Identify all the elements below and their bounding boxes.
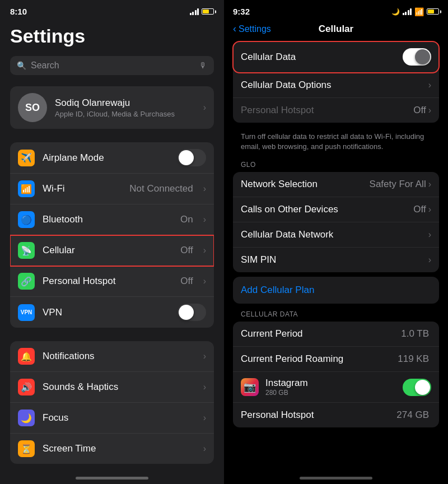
wifi-label: Wi-Fi (43, 183, 122, 194)
calls-other-devices-chevron: › (428, 204, 431, 215)
focus-chevron: › (203, 413, 206, 423)
cellular-data-options-chevron: › (428, 80, 431, 90)
airplane-mode-icon: ✈️ (18, 150, 35, 166)
right-time: 9:32 (233, 7, 250, 16)
cellular-data-options-row[interactable]: Cellular Data Options › (233, 73, 439, 98)
left-title-section: Settings (0, 21, 224, 56)
instagram-icon: 📷 (241, 378, 259, 396)
focus-label: Focus (43, 412, 195, 424)
back-label: Settings (239, 24, 271, 34)
search-icon: 🔍 (17, 61, 26, 70)
personal-hotspot-data-value: 274 GB (396, 409, 429, 421)
airplane-mode-toggle[interactable] (178, 149, 206, 166)
instagram-toggle[interactable] (403, 379, 431, 396)
profile-chevron: › (203, 103, 206, 113)
cellular-data-group: Current Period 1.0 TB Current Period Roa… (233, 322, 439, 427)
screen-time-chevron: › (203, 444, 206, 454)
wifi-row[interactable]: 📶 Wi-Fi Not Connected › (10, 174, 214, 204)
notifications-icon: 🔔 (18, 348, 35, 365)
bluetooth-row[interactable]: 🔵 Bluetooth On › (10, 204, 214, 235)
wifi-chevron: › (203, 184, 206, 194)
profile-row[interactable]: SO Sodiq Olanrewaju Apple ID, iCloud, Me… (10, 86, 214, 129)
calls-other-devices-row[interactable]: Calls on Other Devices Off › (233, 197, 439, 222)
bluetooth-value: On (180, 214, 193, 225)
cellular-note: Turn off cellular data to restrict all d… (224, 127, 448, 159)
avatar: SO (18, 93, 47, 122)
cellular-data-label: Cellular Data (241, 52, 403, 63)
cellular-data-network-row[interactable]: Cellular Data Network › (233, 222, 439, 248)
personal-hotspot-value: Off (180, 276, 193, 287)
vpn-row[interactable]: VPN VPN (10, 297, 214, 328)
sounds-chevron: › (203, 382, 206, 392)
personal-hotspot-right-label: Personal Hotspot (241, 105, 413, 116)
cellular-chevron: › (203, 245, 206, 255)
airplane-mode-label: Airplane Mode (43, 152, 170, 164)
right-status-bar: 9:32 🌙 📶 (224, 0, 448, 21)
right-panel: 9:32 🌙 📶 ‹ Settings Cellular Cellular Da… (224, 0, 448, 484)
current-period-value: 1.0 TB (401, 328, 429, 339)
cellular-data-network-label: Cellular Data Network (241, 229, 428, 240)
screen-time-icon: ⏳ (18, 440, 35, 457)
cellular-data-options-label: Cellular Data Options (241, 80, 428, 91)
personal-hotspot-row[interactable]: 🔗 Personal Hotspot Off › (10, 266, 214, 297)
airplane-mode-row[interactable]: ✈️ Airplane Mode (10, 142, 214, 174)
notifications-chevron: › (203, 351, 206, 361)
calls-other-devices-label: Calls on Other Devices (241, 204, 413, 215)
current-period-roaming-label: Current Period Roaming (241, 353, 398, 365)
microphone-icon: 🎙 (199, 61, 207, 70)
cellular-data-toggle[interactable] (403, 48, 431, 66)
left-status-icons (190, 8, 214, 15)
network-selection-label: Network Selection (241, 179, 370, 190)
back-chevron-icon: ‹ (233, 23, 236, 35)
right-signal-bars (403, 8, 412, 15)
bluetooth-icon: 🔵 (18, 211, 35, 228)
right-battery-icon (427, 8, 439, 15)
moon-icon: 🌙 (391, 8, 400, 16)
personal-hotspot-label: Personal Hotspot (43, 276, 172, 287)
cellular-row[interactable]: 📡 Cellular Off › (10, 235, 214, 266)
vpn-label: VPN (43, 307, 170, 318)
right-status-icons: 🌙 📶 (391, 7, 440, 16)
notifications-row[interactable]: 🔔 Notifications › (10, 341, 214, 372)
personal-hotspot-chevron: › (203, 276, 206, 286)
right-battery-fill (428, 10, 434, 13)
personal-hotspot-right-value: Off (413, 105, 426, 116)
right-home-indicator (300, 477, 372, 480)
focus-row[interactable]: 🌙 Focus › (10, 403, 214, 434)
cellular-top-group: Cellular Data Cellular Data Options › Pe… (233, 41, 439, 123)
personal-hotspot-right-row[interactable]: Personal Hotspot Off › (233, 98, 439, 123)
network-selection-row[interactable]: Network Selection Safety For All › (233, 172, 439, 197)
vpn-toggle[interactable] (178, 304, 206, 321)
cellular-value: Off (180, 245, 193, 256)
cellular-data-row[interactable]: Cellular Data (233, 41, 439, 73)
left-status-bar: 8:10 (0, 0, 224, 21)
profile-subtitle: Apple ID, iCloud, Media & Purchases (55, 110, 195, 118)
glo-group: Network Selection Safety For All › Calls… (233, 172, 439, 272)
screen-time-row[interactable]: ⏳ Screen Time › (10, 434, 214, 464)
search-bar[interactable]: 🔍 Search 🎙 (10, 56, 214, 75)
cellular-data-network-chevron: › (428, 230, 431, 240)
battery-icon (202, 8, 214, 15)
sounds-label: Sounds & Haptics (43, 381, 195, 393)
notifications-label: Notifications (43, 351, 195, 362)
instagram-row[interactable]: 📷 Instagram 280 GB (233, 372, 439, 403)
sim-pin-row[interactable]: SIM PIN › (233, 248, 439, 272)
instagram-info: Instagram 280 GB (265, 378, 403, 397)
settings-group-system: 🔔 Notifications › 🔊 Sounds & Haptics › 🌙… (10, 341, 214, 464)
sim-pin-chevron: › (428, 255, 431, 265)
sounds-icon: 🔊 (18, 379, 35, 395)
cellular-icon: 📡 (18, 242, 35, 259)
add-cellular-plan-row[interactable]: Add Cellular Plan (233, 277, 439, 304)
vpn-icon: VPN (18, 304, 35, 321)
personal-hotspot-right-chevron: › (428, 105, 431, 115)
back-button[interactable]: ‹ Settings (233, 23, 271, 35)
network-selection-value: Safety For All (370, 179, 426, 190)
left-panel: 8:10 Settings 🔍 Search 🎙 SO Sodiq Olanre… (0, 0, 224, 484)
settings-title: Settings (10, 25, 214, 47)
sounds-row[interactable]: 🔊 Sounds & Haptics › (10, 372, 214, 403)
signal-bars (190, 8, 199, 15)
profile-name: Sodiq Olanrewaju (55, 97, 195, 109)
battery-fill (203, 10, 209, 13)
search-placeholder: Search (31, 61, 195, 71)
profile-info: Sodiq Olanrewaju Apple ID, iCloud, Media… (55, 97, 195, 118)
